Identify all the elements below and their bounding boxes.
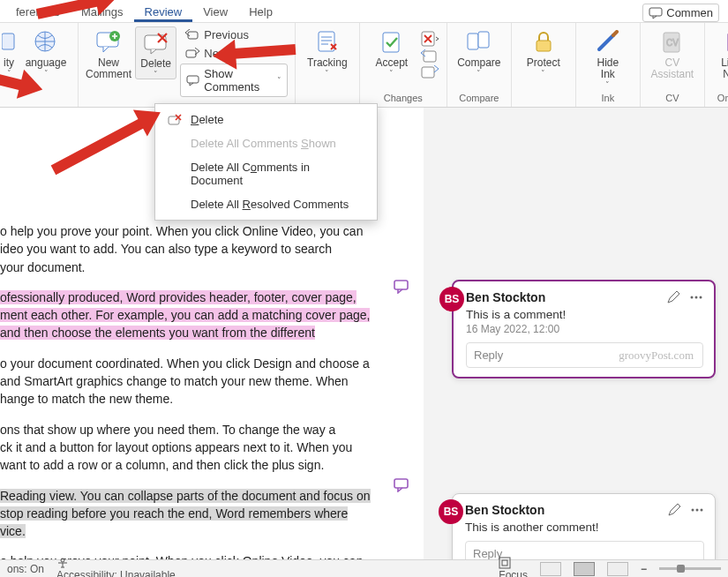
svg-point-28 <box>692 509 694 512</box>
previous-icon <box>185 29 199 41</box>
edit-icon[interactable] <box>666 290 680 304</box>
reply-input[interactable]: Reply groovyPost.com <box>466 342 703 368</box>
svg-point-25 <box>691 296 694 299</box>
group-changes-label: Changes <box>384 93 423 105</box>
comment-author: Ben Stockton <box>465 503 544 517</box>
edit-icon[interactable] <box>667 503 681 517</box>
avatar: BS <box>439 287 464 311</box>
svg-point-29 <box>696 509 699 512</box>
status-left: ons: On <box>7 563 44 575</box>
svg-rect-0 <box>649 8 662 16</box>
comment-timestamp: 16 May 2022, 12:00 <box>466 323 703 335</box>
comment-gutter <box>379 108 424 559</box>
delete-dropdown: Delete Delete All Comments Shown Delete … <box>154 103 378 221</box>
svg-rect-33 <box>502 560 507 566</box>
delete-menu-delete[interactable]: Delete <box>155 108 377 131</box>
next-change-button[interactable] <box>420 65 439 79</box>
comment-icon <box>649 7 663 19</box>
cv-assistant-button: CV CVAssistant <box>648 26 697 80</box>
svg-point-27 <box>700 296 702 299</box>
svg-point-26 <box>695 296 698 299</box>
ribbon: ity˅ anguage˅ NewComment Delete˅ Prev <box>0 23 728 108</box>
svg-text:CV: CV <box>666 38 679 48</box>
tracking-button[interactable]: Tracking˅ <box>303 26 352 78</box>
group-ink-label: Ink <box>602 93 615 105</box>
group-cv-label: CV <box>665 93 679 105</box>
delete-comment-button[interactable]: Delete˅ <box>135 26 176 79</box>
status-bar: ons: On Accessibility: Unavailable Focus… <box>0 559 728 577</box>
comment-anchor-icon[interactable] <box>394 280 409 294</box>
group-compare-label: Compare <box>459 93 499 105</box>
svg-rect-32 <box>499 558 510 568</box>
new-comment-button[interactable]: NewComment <box>86 26 131 80</box>
tab-view[interactable]: View <box>192 2 238 22</box>
zoom-slider[interactable] <box>659 567 721 570</box>
reject-button[interactable] <box>420 30 439 48</box>
linked-notes-button[interactable]: N LinkedNotes <box>712 26 728 80</box>
svg-point-31 <box>61 558 64 562</box>
svg-rect-14 <box>468 34 478 49</box>
view-web-button[interactable] <box>607 562 628 576</box>
protect-button[interactable]: Protect˅ <box>519 26 568 78</box>
focus-mode-button[interactable]: Focus <box>499 557 528 578</box>
zoom-out-icon[interactable]: − <box>641 563 647 575</box>
annotation-arrow <box>211 35 296 71</box>
comment-card[interactable]: BS Ben Stockton This is a comment! 16 Ma… <box>452 280 716 378</box>
next-icon <box>185 48 199 60</box>
svg-rect-10 <box>383 33 399 52</box>
comments-pane: BS Ben Stockton This is a comment! 16 Ma… <box>424 108 728 559</box>
comment-anchor-icon[interactable] <box>394 478 409 492</box>
delete-icon <box>168 114 182 126</box>
hide-ink-button[interactable]: HideInk˅ <box>583 26 633 89</box>
svg-rect-7 <box>186 50 196 57</box>
svg-rect-24 <box>394 479 408 488</box>
delete-menu-all-shown: Delete All Comments Shown <box>155 131 377 155</box>
compare-button[interactable]: Compare˅ <box>454 26 504 78</box>
svg-point-30 <box>701 509 703 512</box>
delete-menu-all-resolved[interactable]: Delete All Resolved Comments <box>155 192 377 216</box>
tab-help[interactable]: Help <box>238 2 283 22</box>
comments-pane-toggle[interactable]: Commen <box>642 4 719 22</box>
prev-change-button[interactable] <box>420 49 439 64</box>
chevron-down-icon: ˅ <box>277 76 281 85</box>
comment-author: Ben Stockton <box>466 290 545 304</box>
accessibility-status[interactable]: Accessibility: Unavailable <box>56 557 176 578</box>
comment-text: This is a comment! <box>466 308 703 321</box>
svg-rect-6 <box>188 32 198 39</box>
svg-rect-23 <box>394 281 408 289</box>
delete-menu-all-doc[interactable]: Delete All Comments in Document <box>155 155 377 192</box>
svg-rect-8 <box>187 76 199 83</box>
watermark: groovyPost.com <box>619 348 694 363</box>
svg-rect-12 <box>424 51 436 62</box>
group-onenote-label: OneNote <box>717 93 728 105</box>
comment-icon <box>186 75 199 86</box>
comments-pane-label: Commen <box>666 6 713 19</box>
tab-review[interactable]: Review <box>134 2 193 22</box>
more-icon[interactable] <box>690 503 704 517</box>
comment-text: This is another comment! <box>465 521 704 534</box>
accept-button[interactable]: Accept˅ <box>367 26 417 78</box>
svg-rect-16 <box>537 41 551 51</box>
svg-rect-13 <box>422 67 434 78</box>
view-read-button[interactable] <box>540 562 561 576</box>
svg-rect-1 <box>2 34 14 49</box>
more-icon[interactable] <box>689 290 703 304</box>
view-print-button[interactable] <box>574 562 595 576</box>
avatar: BS <box>439 499 463 524</box>
svg-rect-15 <box>478 32 489 48</box>
